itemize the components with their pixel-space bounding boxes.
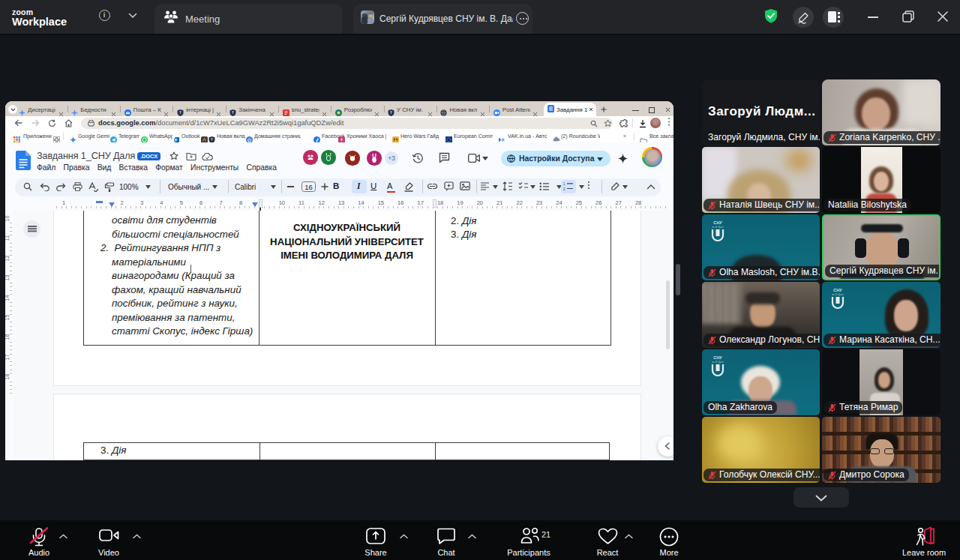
svg-text:ім. В. Даля: ім. В. Даля [712, 361, 724, 364]
svg-text:ім. В. Даля: ім. В. Даля [712, 226, 724, 229]
svg-text:СНУ: СНУ [713, 355, 722, 360]
svg-text:2: 2 [563, 187, 566, 191]
svg-text:СНУ: СНУ [833, 288, 842, 292]
svg-text:СНУ: СНУ [713, 220, 722, 225]
svg-text:ім. В. Даля: ім. В. Даля [832, 293, 844, 296]
svg-text:1: 1 [563, 182, 566, 186]
